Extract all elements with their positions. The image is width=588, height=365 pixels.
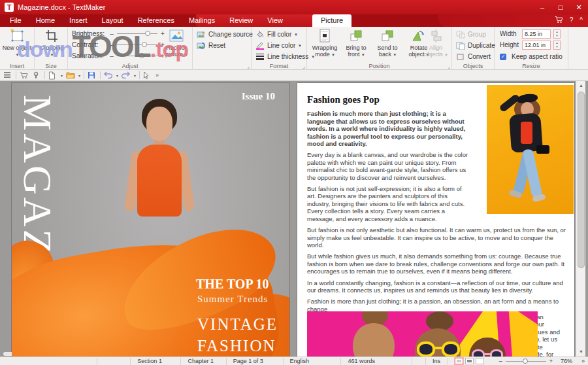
article-paragraph: But fashion is not only aesthetic but al… <box>307 226 567 249</box>
open-file-dropdown-icon[interactable]: ▾ <box>78 73 80 78</box>
status-overflow-icon[interactable]: » <box>575 358 588 365</box>
fill-color-button[interactable]: Fill color ▾ <box>255 29 297 39</box>
convert-button[interactable]: Convert <box>456 52 491 61</box>
view-normal-button[interactable] <box>455 358 463 364</box>
scroll-down-icon[interactable]: ▼ <box>576 347 586 356</box>
toolbar-overflow-icon[interactable]: » <box>155 72 159 78</box>
new-document-icon[interactable] <box>48 71 57 80</box>
vertical-scrollbar-thumb[interactable] <box>578 92 585 268</box>
reset-button[interactable]: Reset <box>197 41 225 50</box>
status-page[interactable]: Page 1 of 3 <box>226 358 283 365</box>
save-icon[interactable] <box>88 71 97 80</box>
width-row: Width ▲▼ <box>500 29 561 39</box>
height-spin-down-icon[interactable]: ▼ <box>554 45 560 49</box>
toolbar-separator <box>100 71 101 79</box>
shop-cart-icon[interactable] <box>555 16 563 25</box>
status-section[interactable]: Section 1 <box>130 358 180 365</box>
close-button[interactable]: ✕ <box>570 0 588 14</box>
contrast-slider[interactable] <box>117 44 157 45</box>
zoom-percentage[interactable]: 76% <box>554 358 575 365</box>
tab-home[interactable]: Home <box>29 14 62 27</box>
select-pointer-icon[interactable] <box>143 71 152 80</box>
group-label-format: Format <box>252 63 306 69</box>
redo-icon[interactable] <box>122 71 131 80</box>
photo-pink-sunglasses-group[interactable] <box>307 311 538 356</box>
contrast-minus[interactable]: – <box>108 41 115 48</box>
zoom-out-icon[interactable]: – <box>499 358 502 365</box>
zoom-in-icon[interactable]: + <box>549 358 553 365</box>
dialog-launcher-position[interactable]: ⌟ <box>448 63 450 69</box>
dropdown-arrow-icon: ▾ <box>445 52 448 57</box>
vertical-scrollbar[interactable]: ▲ ▼ <box>576 81 585 356</box>
keep-aspect-checkbox[interactable]: ✓ <box>500 54 506 60</box>
cover-feature-title: VINTAGE FASHION <box>197 313 278 356</box>
tab-file[interactable]: File <box>3 14 29 27</box>
keep-aspect-row[interactable]: ✓ Keep aspect ratio <box>500 52 563 61</box>
recolor-picture-label: Recolor picture <box>165 44 187 58</box>
status-word-count[interactable]: 461 words <box>340 358 412 365</box>
send-to-back-button[interactable]: Send to back ▾ <box>371 29 404 58</box>
saturation-minus[interactable]: – <box>108 52 115 60</box>
bring-to-front-button[interactable]: Bring to front ▾ <box>340 29 372 58</box>
height-stepper[interactable]: ▲▼ <box>553 41 561 50</box>
saturation-slider[interactable] <box>117 56 157 56</box>
page-1-magazine-cover[interactable]: MAGAZINE Issue 10 THE TOP 10 Summer Tren… <box>12 83 289 356</box>
help-icon[interactable]: ? <box>570 16 574 25</box>
height-input[interactable] <box>522 41 551 50</box>
status-insert-mode[interactable]: Ins <box>425 358 448 365</box>
scroll-up-icon[interactable]: ▲ <box>576 81 586 90</box>
minimize-button[interactable]: – <box>533 0 551 14</box>
tab-view[interactable]: View <box>260 14 290 27</box>
undo-dropdown-icon[interactable]: ▾ <box>116 73 118 78</box>
contrast-slider-row: Contrast: – + <box>72 40 166 50</box>
width-spin-down-icon[interactable]: ▼ <box>554 34 560 38</box>
new-document-dropdown-icon[interactable]: ▾ <box>61 73 63 78</box>
recolor-picture-button[interactable]: Recolor picture ▾ <box>161 29 192 58</box>
contrast-slider-thumb[interactable] <box>142 42 147 47</box>
tab-mailings[interactable]: Mailings <box>182 14 222 27</box>
new-object-button[interactable]: New object ▾ <box>1 29 33 58</box>
width-input[interactable] <box>522 29 551 39</box>
brightness-minus[interactable]: – <box>108 30 115 37</box>
bring-to-front-icon <box>348 29 364 43</box>
tab-review[interactable]: Review <box>222 14 260 27</box>
saturation-slider-thumb[interactable] <box>139 53 144 58</box>
toolbar-separator <box>84 71 84 79</box>
status-chapter[interactable]: Chapter 1 <box>180 358 225 365</box>
change-source-button[interactable]: Change source <box>197 29 253 39</box>
undo-icon[interactable] <box>104 71 113 80</box>
line-thickness-button[interactable]: Line thickness ▾ <box>255 52 314 61</box>
redo-dropdown-icon[interactable]: ▾ <box>134 73 136 78</box>
brightness-slider[interactable] <box>117 33 157 34</box>
menu-tabs: File Home Insert Layout References Maili… <box>3 14 351 27</box>
maximize-button[interactable]: □ <box>551 0 570 14</box>
collapse-ribbon-icon[interactable]: ^ <box>580 16 583 25</box>
open-file-icon[interactable] <box>66 71 75 80</box>
shop-icon[interactable] <box>20 71 29 80</box>
page-2-article[interactable]: Fashion goes Pop Fashion is much more th… <box>297 83 574 356</box>
align-objects-button[interactable]: Align objects ▾ <box>419 29 452 58</box>
tab-picture-active[interactable]: Picture <box>312 14 351 27</box>
sidebar-toggle-icon[interactable] <box>3 71 12 80</box>
brightness-slider-thumb[interactable] <box>145 31 150 36</box>
dialog-launcher-format[interactable]: ⌟ <box>302 63 305 69</box>
dialog-launcher-source[interactable]: ⌟ <box>247 63 250 69</box>
view-master-button[interactable] <box>465 358 474 364</box>
cropping-button[interactable]: Cropping ▾ <box>35 29 68 58</box>
tab-references[interactable]: References <box>131 14 182 27</box>
tab-insert[interactable]: Insert <box>62 14 95 27</box>
line-color-button[interactable]: Line color ▾ <box>255 41 301 50</box>
zoom-slider-thumb[interactable] <box>523 358 528 364</box>
duplicate-button[interactable]: Duplicate <box>456 41 495 50</box>
document-workspace[interactable]: MAGAZINE Issue 10 THE TOP 10 Summer Tren… <box>0 81 588 356</box>
photo-yellow-fashion-girl[interactable] <box>487 85 574 214</box>
tab-layout[interactable]: Layout <box>95 14 131 27</box>
tabrow-right-icons: ? ^ <box>555 16 583 25</box>
zoom-slider[interactable] <box>506 361 546 362</box>
wrapping-mode-button[interactable]: Wrapping mode ▾ <box>308 29 341 58</box>
status-language[interactable]: English <box>283 358 341 365</box>
view-fullscreen-button[interactable] <box>476 358 484 364</box>
touch-mode-icon[interactable] <box>32 71 41 80</box>
group-button[interactable]: Group <box>456 29 486 39</box>
width-stepper[interactable]: ▲▼ <box>553 29 561 39</box>
